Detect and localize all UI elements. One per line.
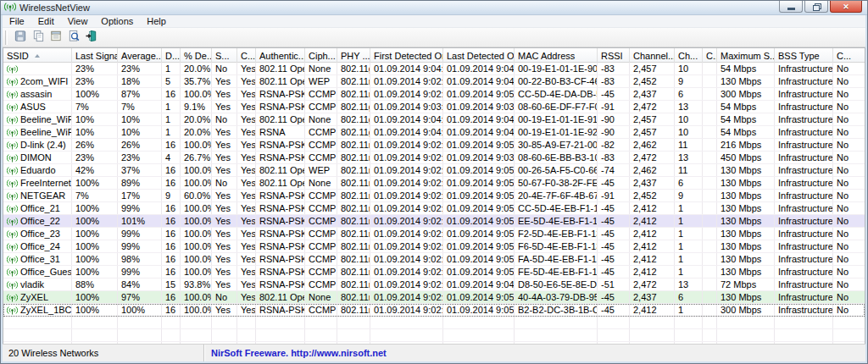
column-header-last-detected-on-11[interactable]: Last Detected On [443, 48, 515, 63]
menu-options[interactable]: Options [94, 15, 140, 28]
column-header-c-6[interactable]: C... [237, 48, 256, 63]
menu-file[interactable]: File [3, 15, 31, 28]
table-row-beeline-wifi[interactable]: Beeline_WiFi_...10%10%120.0%YesYesRSNACC… [3, 126, 865, 139]
cell-mac-address-12: F2-5D-4E-EB-F1-13 [515, 228, 598, 240]
column-header-channel-14[interactable]: Channel... [630, 48, 675, 63]
column-header-s-5[interactable]: S... [212, 48, 237, 63]
menu-view[interactable]: View [61, 15, 95, 28]
column-header-label: C.. [706, 49, 717, 63]
table-row-office-23[interactable]: Office_23100%99%16100.0%YesYesRSNA-PSKCC… [3, 228, 865, 240]
column-header-phy-9[interactable]: PHY ... [337, 48, 370, 63]
title-bar[interactable]: WirelessNetView ✕ [1, 1, 867, 15]
table-row-beeline-wifi[interactable]: Beeline_WiFi10%10%120.0%NoYes802.11 Open… [3, 113, 865, 126]
cell-last-signal-1: 88% [72, 279, 118, 290]
cell-maximum-s-17: 54 Mbps [717, 126, 775, 138]
table-row-freeinternet[interactable]: FreeInternet100%89%16100.0%NoYes802.11 O… [3, 177, 865, 190]
cell-average-2: 87% [118, 88, 162, 100]
table-row-asus[interactable]: ASUS7%7%19.1%YesYesRSNA-PSKCCMP802.11g01… [3, 101, 865, 113]
cell-s-5: Yes [212, 190, 237, 201]
exit-button[interactable] [82, 29, 100, 46]
cell-maximum-s-17: 450 Mbps [717, 152, 775, 163]
cell-mac-address-12: 30-85-A9-E7-21-00 [515, 139, 598, 151]
cell-ch-15: 6 [675, 291, 703, 303]
cell-last-detected-on-11: 01.09.2014 9:05:09 [443, 88, 515, 100]
cell-ch-15: 11 [675, 164, 703, 176]
cell-last-signal-1: 100% [72, 291, 118, 303]
wifi-icon [7, 242, 18, 252]
cell-ciph-8: CCMP [305, 266, 337, 278]
menu-help[interactable]: Help [140, 15, 173, 28]
cell-channel-14: 2,437 [630, 291, 675, 303]
table-row-d-link-2-4[interactable]: D-link (2.4)26%26%16100.0%YesYesRSNA-PSK… [3, 139, 865, 152]
cell-d-3: 16 [162, 228, 181, 240]
column-header-ch-15[interactable]: Ch... [675, 48, 703, 63]
table-row-eduardo[interactable]: Eduardo42%37%16100.0%YesYes802.11 OpenWE… [3, 164, 865, 177]
table-row-zyxel[interactable]: ZyXEL100%97%16100.0%NoYes802.11 OpenNone… [3, 291, 865, 304]
cell-ssid-0: ZyXEL [3, 291, 72, 303]
cell-pct-de-4: 100.0% [181, 177, 212, 189]
column-header-label: MAC Address [518, 49, 575, 63]
cell-ciph-8: CCMP [305, 202, 337, 214]
column-header-mac-address-12[interactable]: MAC Address [515, 48, 598, 63]
nirsoft-link[interactable]: NirSoft Freeware. http://www.nirsoft.net [211, 348, 387, 358]
cell-s-5: No [212, 291, 237, 303]
column-header-ssid-0[interactable]: SSID [3, 48, 72, 63]
minimize-button[interactable] [779, 1, 803, 13]
column-header-maximum-s-17[interactable]: Maximum S... [717, 48, 775, 63]
menu-edit[interactable]: Edit [31, 15, 61, 28]
restore-button[interactable] [804, 1, 828, 13]
column-header-first-detected-on-10[interactable]: First Detected On [370, 48, 443, 63]
cell-last-detected-on-11: 01.09.2014 9:05:09 [443, 177, 515, 189]
wifi-icon [7, 267, 18, 278]
column-header-last-signal-1[interactable]: Last Signal [72, 48, 118, 63]
cell-d-3: 16 [162, 139, 181, 151]
cell-ssid-0 [3, 63, 72, 74]
save-button[interactable] [11, 29, 29, 46]
cell-average-2: 97% [118, 291, 162, 303]
table-row-office-guest[interactable]: Office_Guest100%99%16100.0%YesYesRSNA-PS… [3, 266, 865, 279]
cell-c-19: No [833, 240, 865, 252]
cell-bss-type-18: Infrastructure [775, 291, 833, 303]
column-header-d-3[interactable]: D... [162, 48, 181, 63]
column-header-rssi-13[interactable]: RSSI [598, 48, 630, 63]
cell-first-detected-on-10: 01.09.2014 9:02:39 [370, 279, 443, 290]
cell-average-2: 26% [118, 139, 162, 151]
cell-ciph-8: CCMP [305, 126, 337, 138]
close-button[interactable]: ✕ [830, 1, 862, 13]
cell-rssi-13: -74 [598, 164, 630, 176]
copy-button[interactable] [29, 29, 47, 46]
cell-pct-de-4: 100.0% [181, 215, 212, 227]
cell-ch-15: 13 [675, 152, 703, 163]
table-row-office-31[interactable]: Office_31100%98%16100.0%YesYesRSNA-PSKCC… [3, 253, 865, 266]
table-row-zyxel-1bc8[interactable]: ZyXEL_1BC8100%100%16100.0%YesYesRSNA-PSK… [3, 304, 865, 317]
find-button[interactable] [64, 29, 82, 46]
cell-ssid-0: Beeline_WiFi_... [3, 126, 72, 138]
cell-ch-15: 10 [675, 113, 703, 125]
cell-mac-address-12: 40-4A-03-79-DB-95 [515, 291, 598, 303]
cell-d-3: 16 [162, 164, 181, 176]
column-header-pct-de-4[interactable]: % De... [181, 48, 212, 63]
column-header-authentic-7[interactable]: Authentic... [256, 48, 305, 63]
column-header-c-16[interactable]: C.. [703, 48, 717, 63]
cell-rssi-13: -83 [598, 152, 630, 163]
column-header-c-19[interactable]: C... [833, 48, 865, 63]
table-row-office-24[interactable]: Office_24100%99%16100.0%YesYesRSNA-PSKCC… [3, 240, 865, 253]
cell-first-detected-on-10: 01.09.2014 9:02:39 [370, 266, 443, 278]
table-row-2com-wifi[interactable]: 2com_WIFI23%18%535.7%YesYes802.11 OpenWE… [3, 75, 865, 88]
column-header-bss-type-18[interactable]: BSS Type [775, 48, 833, 63]
cell-mac-address-12: FE-5D-4E-EB-F1-13 [515, 266, 598, 278]
table-row-office-21[interactable]: Office_21100%99%16100.0%YesYesRSNA-PSKCC… [3, 202, 865, 215]
table-row-dimon[interactable]: DIMON23%23%426.7%YesYesRSNA-PSKCCMP802.1… [3, 152, 865, 164]
cell-authentic-7: 802.11 Open [256, 113, 305, 125]
cell-ssid-0: ASUS [3, 101, 72, 113]
table-row-vladik[interactable]: vladik88%84%1593.8%YesYesRSNA-PSKCCMP802… [3, 279, 865, 291]
status-network-count: 20 Wireless Networks [3, 345, 204, 361]
column-header-ciph-8[interactable]: Ciph... [305, 48, 337, 63]
table-row-netgear[interactable]: NETGEAR7%17%960.0%YesYesRSNA-PSKCCMP802.… [3, 190, 865, 202]
column-header-average-2[interactable]: Average... [118, 48, 162, 63]
table-row-unnamed-0[interactable]: 23%23%120.0%NoYes802.11 OpenNone802.11g0… [3, 63, 865, 75]
table-row-assasin[interactable]: assasin100%87%16100.0%YesYesRSNA-PSKCCMP… [3, 88, 865, 101]
table-row-office-22[interactable]: Office_22100%101%16100.0%YesYesRSNA-PSKC… [3, 215, 865, 228]
cell-c-6: Yes [237, 304, 256, 316]
properties-button[interactable] [47, 29, 64, 46]
